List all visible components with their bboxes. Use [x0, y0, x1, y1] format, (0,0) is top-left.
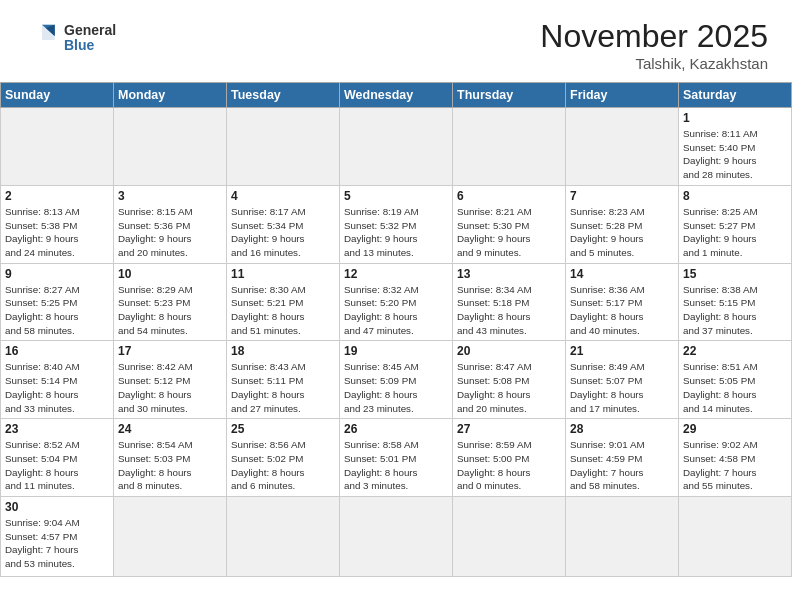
- day-info: Sunrise: 8:43 AM Sunset: 5:11 PM Dayligh…: [231, 360, 335, 415]
- calendar-cell: 15Sunrise: 8:38 AM Sunset: 5:15 PM Dayli…: [679, 263, 792, 341]
- day-info: Sunrise: 8:30 AM Sunset: 5:21 PM Dayligh…: [231, 283, 335, 338]
- col-saturday: Saturday: [679, 83, 792, 108]
- day-number: 30: [5, 500, 109, 514]
- day-number: 29: [683, 422, 787, 436]
- day-number: 9: [5, 267, 109, 281]
- day-number: 17: [118, 344, 222, 358]
- calendar-cell: 27Sunrise: 8:59 AM Sunset: 5:00 PM Dayli…: [453, 419, 566, 497]
- calendar-cell: 17Sunrise: 8:42 AM Sunset: 5:12 PM Dayli…: [114, 341, 227, 419]
- day-info: Sunrise: 8:54 AM Sunset: 5:03 PM Dayligh…: [118, 438, 222, 493]
- calendar-cell: [227, 497, 340, 577]
- calendar: Sunday Monday Tuesday Wednesday Thursday…: [0, 82, 792, 577]
- day-info: Sunrise: 8:34 AM Sunset: 5:18 PM Dayligh…: [457, 283, 561, 338]
- logo-general: General: [64, 23, 116, 38]
- page: General Blue November 2025 Talshik, Kaza…: [0, 0, 792, 577]
- calendar-cell: [1, 108, 114, 186]
- location: Talshik, Kazakhstan: [540, 55, 768, 72]
- col-wednesday: Wednesday: [340, 83, 453, 108]
- day-number: 19: [344, 344, 448, 358]
- col-tuesday: Tuesday: [227, 83, 340, 108]
- calendar-cell: [679, 497, 792, 577]
- calendar-cell: [453, 497, 566, 577]
- calendar-cell: 2Sunrise: 8:13 AM Sunset: 5:38 PM Daylig…: [1, 185, 114, 263]
- calendar-header-row: Sunday Monday Tuesday Wednesday Thursday…: [1, 83, 792, 108]
- day-number: 24: [118, 422, 222, 436]
- day-number: 6: [457, 189, 561, 203]
- calendar-cell: [227, 108, 340, 186]
- day-number: 10: [118, 267, 222, 281]
- day-number: 23: [5, 422, 109, 436]
- day-info: Sunrise: 8:11 AM Sunset: 5:40 PM Dayligh…: [683, 127, 787, 182]
- day-number: 3: [118, 189, 222, 203]
- calendar-cell: 5Sunrise: 8:19 AM Sunset: 5:32 PM Daylig…: [340, 185, 453, 263]
- day-number: 11: [231, 267, 335, 281]
- month-title: November 2025: [540, 18, 768, 55]
- day-info: Sunrise: 8:45 AM Sunset: 5:09 PM Dayligh…: [344, 360, 448, 415]
- day-info: Sunrise: 8:27 AM Sunset: 5:25 PM Dayligh…: [5, 283, 109, 338]
- day-number: 1: [683, 111, 787, 125]
- calendar-cell: [566, 497, 679, 577]
- calendar-cell: 6Sunrise: 8:21 AM Sunset: 5:30 PM Daylig…: [453, 185, 566, 263]
- calendar-cell: 14Sunrise: 8:36 AM Sunset: 5:17 PM Dayli…: [566, 263, 679, 341]
- calendar-week-row: 30Sunrise: 9:04 AM Sunset: 4:57 PM Dayli…: [1, 497, 792, 577]
- calendar-cell: 25Sunrise: 8:56 AM Sunset: 5:02 PM Dayli…: [227, 419, 340, 497]
- day-number: 20: [457, 344, 561, 358]
- calendar-cell: 21Sunrise: 8:49 AM Sunset: 5:07 PM Dayli…: [566, 341, 679, 419]
- day-number: 15: [683, 267, 787, 281]
- day-number: 22: [683, 344, 787, 358]
- col-friday: Friday: [566, 83, 679, 108]
- title-block: November 2025 Talshik, Kazakhstan: [540, 18, 768, 72]
- calendar-cell: 13Sunrise: 8:34 AM Sunset: 5:18 PM Dayli…: [453, 263, 566, 341]
- calendar-cell: 4Sunrise: 8:17 AM Sunset: 5:34 PM Daylig…: [227, 185, 340, 263]
- calendar-cell: 22Sunrise: 8:51 AM Sunset: 5:05 PM Dayli…: [679, 341, 792, 419]
- calendar-cell: 29Sunrise: 9:02 AM Sunset: 4:58 PM Dayli…: [679, 419, 792, 497]
- calendar-cell: 24Sunrise: 8:54 AM Sunset: 5:03 PM Dayli…: [114, 419, 227, 497]
- day-info: Sunrise: 8:29 AM Sunset: 5:23 PM Dayligh…: [118, 283, 222, 338]
- calendar-cell: 11Sunrise: 8:30 AM Sunset: 5:21 PM Dayli…: [227, 263, 340, 341]
- day-info: Sunrise: 8:58 AM Sunset: 5:01 PM Dayligh…: [344, 438, 448, 493]
- day-number: 4: [231, 189, 335, 203]
- calendar-cell: [340, 108, 453, 186]
- day-number: 14: [570, 267, 674, 281]
- day-info: Sunrise: 8:36 AM Sunset: 5:17 PM Dayligh…: [570, 283, 674, 338]
- calendar-week-row: 1Sunrise: 8:11 AM Sunset: 5:40 PM Daylig…: [1, 108, 792, 186]
- day-number: 18: [231, 344, 335, 358]
- logo-blue: Blue: [64, 38, 116, 53]
- calendar-cell: 7Sunrise: 8:23 AM Sunset: 5:28 PM Daylig…: [566, 185, 679, 263]
- calendar-cell: 30Sunrise: 9:04 AM Sunset: 4:57 PM Dayli…: [1, 497, 114, 577]
- header: General Blue November 2025 Talshik, Kaza…: [0, 0, 792, 82]
- calendar-week-row: 2Sunrise: 8:13 AM Sunset: 5:38 PM Daylig…: [1, 185, 792, 263]
- day-info: Sunrise: 8:40 AM Sunset: 5:14 PM Dayligh…: [5, 360, 109, 415]
- day-info: Sunrise: 8:47 AM Sunset: 5:08 PM Dayligh…: [457, 360, 561, 415]
- day-number: 7: [570, 189, 674, 203]
- day-info: Sunrise: 8:38 AM Sunset: 5:15 PM Dayligh…: [683, 283, 787, 338]
- calendar-cell: 23Sunrise: 8:52 AM Sunset: 5:04 PM Dayli…: [1, 419, 114, 497]
- calendar-cell: 19Sunrise: 8:45 AM Sunset: 5:09 PM Dayli…: [340, 341, 453, 419]
- calendar-week-row: 9Sunrise: 8:27 AM Sunset: 5:25 PM Daylig…: [1, 263, 792, 341]
- calendar-cell: 28Sunrise: 9:01 AM Sunset: 4:59 PM Dayli…: [566, 419, 679, 497]
- calendar-cell: 1Sunrise: 8:11 AM Sunset: 5:40 PM Daylig…: [679, 108, 792, 186]
- day-number: 26: [344, 422, 448, 436]
- day-info: Sunrise: 8:19 AM Sunset: 5:32 PM Dayligh…: [344, 205, 448, 260]
- day-info: Sunrise: 8:25 AM Sunset: 5:27 PM Dayligh…: [683, 205, 787, 260]
- calendar-cell: 10Sunrise: 8:29 AM Sunset: 5:23 PM Dayli…: [114, 263, 227, 341]
- calendar-cell: 16Sunrise: 8:40 AM Sunset: 5:14 PM Dayli…: [1, 341, 114, 419]
- day-info: Sunrise: 9:02 AM Sunset: 4:58 PM Dayligh…: [683, 438, 787, 493]
- day-info: Sunrise: 8:23 AM Sunset: 5:28 PM Dayligh…: [570, 205, 674, 260]
- logo: General Blue: [18, 18, 116, 58]
- day-number: 8: [683, 189, 787, 203]
- day-number: 27: [457, 422, 561, 436]
- calendar-cell: 8Sunrise: 8:25 AM Sunset: 5:27 PM Daylig…: [679, 185, 792, 263]
- day-info: Sunrise: 9:04 AM Sunset: 4:57 PM Dayligh…: [5, 516, 109, 571]
- day-number: 21: [570, 344, 674, 358]
- day-number: 25: [231, 422, 335, 436]
- col-monday: Monday: [114, 83, 227, 108]
- calendar-cell: [114, 108, 227, 186]
- day-info: Sunrise: 8:49 AM Sunset: 5:07 PM Dayligh…: [570, 360, 674, 415]
- calendar-week-row: 23Sunrise: 8:52 AM Sunset: 5:04 PM Dayli…: [1, 419, 792, 497]
- calendar-cell: [566, 108, 679, 186]
- day-info: Sunrise: 8:52 AM Sunset: 5:04 PM Dayligh…: [5, 438, 109, 493]
- day-number: 5: [344, 189, 448, 203]
- day-info: Sunrise: 8:42 AM Sunset: 5:12 PM Dayligh…: [118, 360, 222, 415]
- day-info: Sunrise: 8:13 AM Sunset: 5:38 PM Dayligh…: [5, 205, 109, 260]
